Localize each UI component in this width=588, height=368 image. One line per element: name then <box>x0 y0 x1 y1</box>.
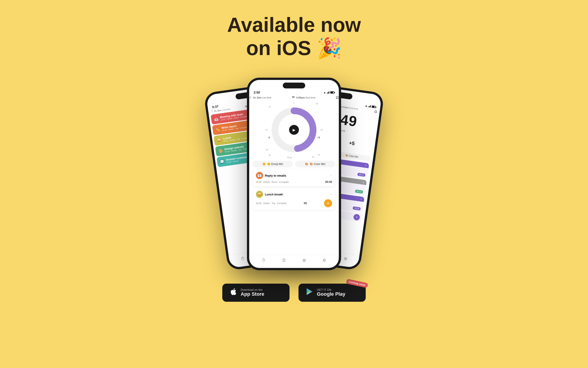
nav-timer-icon-center[interactable]: ⏱ <box>261 257 267 263</box>
center-task-1-actions: 40:00 Delete Reset Complete 00:00 <box>256 180 332 184</box>
status-bar-center: 2:50 ▲ <box>249 89 339 95</box>
task3-emoji: 🥪 <box>217 138 222 143</box>
battery-icon-right <box>371 105 376 108</box>
dial-15: 15 <box>265 129 267 131</box>
appstore-button[interactable]: Download on the App Store <box>222 284 290 302</box>
appstore-main-label: App Store <box>241 291 264 297</box>
status-icons-center: ▲ <box>323 91 334 94</box>
emoji-me-icon: 🙂 <box>262 163 266 166</box>
headline-line1: Available now <box>227 14 361 36</box>
center-task-1: 📧 Reply to emails ∨ 40:00 Delete Reset C… <box>253 169 335 186</box>
play-button-center[interactable]: ▶ <box>289 125 299 135</box>
center-task-2-complete[interactable]: Complete <box>277 202 287 205</box>
color-me-button[interactable]: 🎨 🎨 Color Me! <box>295 161 335 167</box>
rt2-badge: 00:10 <box>355 189 363 194</box>
dial-55: 55 <box>316 102 318 105</box>
task4-emoji: 🎨 <box>218 148 223 153</box>
task2-emoji: ✏️ <box>215 127 220 132</box>
bottom-nav-center: ⏱ ☰ ⊞ ⚙ <box>249 255 339 266</box>
googleplay-main-label: Google Play <box>317 291 345 297</box>
center-header-icon: 🎧 <box>336 96 339 99</box>
nav-timer-icon-left[interactable]: ⏱ <box>239 255 246 262</box>
googleplay-sub-label: GET IT ON <box>317 288 345 291</box>
googleplay-text: GET IT ON Google Play <box>317 288 345 297</box>
center-task-1-header: 📧 Reply to emails ∨ <box>256 172 332 179</box>
center-task-2-actions: 30:00 Delete Top Complete 00 + <box>256 199 332 207</box>
center-task-2-end: 00 <box>304 202 307 205</box>
center-task-1-complete[interactable]: Complete <box>279 181 289 183</box>
phone-center: 2:50 ▲ <box>247 78 341 270</box>
dial-30: 30 <box>287 156 289 158</box>
dial-20: 20 <box>266 149 268 151</box>
center-task-2-chevron: ∨ <box>330 193 332 196</box>
color-me-label: 🎨 Color Me! <box>310 163 325 166</box>
plus-button[interactable]: +5 <box>349 140 355 147</box>
center-end-time-info: 🏁4:00pm End time <box>292 96 315 99</box>
phone-center-screen: 2:50 ▲ <box>249 80 339 268</box>
color-me-icon: 🎨 <box>305 163 308 166</box>
emoji-me-label: 🙂 Emoji Me! <box>267 163 283 166</box>
center-timer-header: ⏱1h 10m List time 🏁4:00pm End time 🎧 <box>249 95 339 101</box>
center-task-1-reset[interactable]: Reset <box>272 181 277 183</box>
right-task-group-3-chevron: ∨ <box>360 198 362 200</box>
googleplay-button[interactable]: GET IT ON Google Play Coming soon <box>298 284 366 302</box>
dial-plus5: +5 <box>318 136 320 139</box>
add-task-button-center[interactable]: + <box>324 199 332 207</box>
dial-5: 5 <box>293 102 294 104</box>
store-buttons: Download on the App Store GET IT ON Goog… <box>222 284 366 302</box>
dynamic-island-center <box>283 83 305 88</box>
headline-line2: on iOS 🎉 <box>246 37 342 59</box>
center-task-2-name: Lunch break! <box>265 193 283 196</box>
center-tasks: 📧 Reply to emails ∨ 40:00 Delete Reset C… <box>249 169 339 210</box>
dial-50: 50 <box>321 129 323 131</box>
center-task-1-name-area: 📧 Reply to emails <box>256 172 286 179</box>
signal-icon-right <box>368 105 371 107</box>
dial-minus5: -5 <box>268 136 270 139</box>
nav-settings-icon-right[interactable]: ⚙ <box>342 255 349 262</box>
center-task-2-top[interactable]: Top <box>272 202 275 205</box>
rt3-badge: 30:00 <box>353 206 361 211</box>
nav-grid-icon-center[interactable]: ⊞ <box>301 257 307 263</box>
hero-section: Available now on iOS 🎉 5:37 ▲ <box>0 0 588 302</box>
appstore-sub-label: Download on the <box>241 288 264 291</box>
right-task-group-2-chevron: ∨ <box>363 181 364 184</box>
dial-45: 45 <box>318 154 320 156</box>
center-task-1-delete[interactable]: Delete <box>263 181 270 183</box>
center-list-time-info: ⏱1h 10m List time <box>249 96 271 99</box>
center-task-1-chevron: ∨ <box>330 174 332 177</box>
dial-10: 10 <box>268 106 271 108</box>
time-left: 5:37 <box>212 105 219 109</box>
right-task-group-1-chevron: ∨ <box>365 164 367 166</box>
center-task-2-icon: 🥪 <box>256 191 263 198</box>
center-task-2-name-area: 🥪 Lunch break! <box>256 191 283 198</box>
right-extra: 🎧 <box>374 110 377 113</box>
donut-area: ▶ 5 55 50 45 40 35 30 25 20 15 10 <box>249 101 339 159</box>
appstore-text: Download on the App Store <box>241 288 264 297</box>
dial-35: 35 <box>290 157 292 159</box>
nav-list-icon-center[interactable]: ☰ <box>281 257 287 263</box>
signal-icon-center <box>327 91 329 93</box>
task5-emoji: 💬 <box>220 159 225 164</box>
dial-40: 40 <box>312 156 314 158</box>
nav-settings-icon-center[interactable]: ⚙ <box>321 257 327 263</box>
emoji-color-row: 🙂 🙂 Emoji Me! 🎨 🎨 Color Me! <box>249 161 339 167</box>
rt1-badge: 00:11 <box>357 173 365 177</box>
dial-25: 25 <box>268 154 271 156</box>
wifi-icon-center: ▲ <box>323 91 326 94</box>
center-task-1-end: 00:00 <box>325 180 332 184</box>
center-task-2-time: 30:00 <box>256 202 262 205</box>
apple-icon <box>229 288 237 298</box>
center-task-2-delete[interactable]: Delete <box>263 202 270 205</box>
google-play-icon <box>306 288 314 298</box>
emoji-me-button[interactable]: 🙂 🙂 Emoji Me! <box>253 161 293 167</box>
phones-container: 5:37 ▲ ⏱ 1h 35m <box>70 73 518 275</box>
status-icons-right: ▲ <box>365 104 376 109</box>
center-task-1-name: Reply to emails <box>265 174 286 177</box>
center-task-2-header: 🥪 Lunch break! ∨ <box>256 191 332 198</box>
center-task-1-time: 40:00 <box>256 181 262 183</box>
wifi-icon-right: ▲ <box>365 104 368 108</box>
coming-soon-badge: Coming soon <box>346 279 368 288</box>
headline: Available now on iOS 🎉 <box>227 13 361 60</box>
battery-icon-center <box>330 91 334 93</box>
add-task-button-right[interactable]: + <box>353 214 360 221</box>
